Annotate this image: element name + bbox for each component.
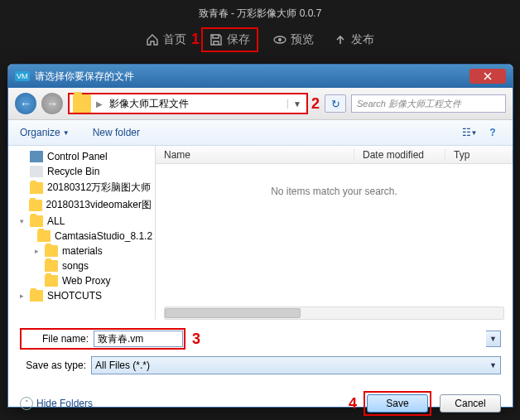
tree-caret-icon: ▸ [33, 247, 41, 255]
publish-label: 发布 [351, 32, 374, 47]
tree-item[interactable]: ▾ALL [8, 214, 155, 229]
tree-item-label: Web Proxy [62, 275, 110, 287]
hide-folders-button[interactable]: ˄ Hide Folders [20, 397, 93, 410]
save-type-select[interactable]: All Files (*.*) ▼ [91, 356, 501, 374]
file-list: Name Date modified Typ No items match yo… [156, 146, 513, 320]
breadcrumb[interactable]: ▶ 影像大师工程文件 ▼ [68, 93, 308, 114]
view-mode-button[interactable]: ☷▼ [458, 124, 481, 141]
control-panel-icon [30, 151, 43, 162]
body-area: Control PanelRecycle Bin20180312万彩脑图大师20… [8, 146, 513, 320]
marker-1: 1 [191, 31, 200, 48]
breadcrumb-dropdown[interactable]: ▼ [287, 99, 306, 109]
tree-item-label: ALL [47, 215, 65, 227]
chevron-right-icon: ▶ [94, 99, 104, 109]
list-header: Name Date modified Typ [156, 146, 513, 164]
arrow-left-icon: ← [20, 97, 31, 110]
tree-item[interactable]: ▸SHOTCUTS [8, 288, 155, 303]
tree-item[interactable]: 20180312万彩脑图大师 [8, 179, 155, 196]
search-input[interactable]: Search 影像大师工程文件 [351, 94, 506, 113]
save-type-value: All Files (*.*) [95, 360, 150, 371]
column-type[interactable]: Typ [445, 149, 513, 161]
tree-item[interactable]: ▸materials [8, 244, 155, 258]
file-name-label: File name: [22, 333, 94, 345]
refresh-button[interactable]: ↻ [325, 94, 346, 113]
preview-button[interactable]: 预览 [268, 27, 319, 52]
marker-3: 3 [192, 331, 200, 348]
save-icon [209, 33, 223, 46]
save-label: 保存 [227, 32, 250, 47]
save-button[interactable]: 保存 [205, 29, 255, 51]
close-icon [483, 72, 493, 80]
chevron-down-icon: ▼ [489, 361, 497, 369]
dialog-footer: ˄ Hide Folders 4 Save Cancel [8, 386, 513, 420]
column-date[interactable]: Date modified [354, 149, 445, 161]
tree-item-label: songs [62, 260, 89, 272]
tree-caret-icon: ▸ [18, 292, 26, 300]
column-name[interactable]: Name [156, 149, 354, 161]
view-icon: ☷ [462, 127, 471, 138]
save-type-label: Save as type: [20, 360, 91, 371]
forward-button[interactable]: → [41, 93, 63, 114]
tree-item-label: 20180313videomaker图 [46, 198, 152, 212]
scrollbar-thumb[interactable] [165, 308, 301, 318]
tree-item-label: 20180312万彩脑图大师 [47, 181, 151, 195]
close-button[interactable] [469, 69, 506, 84]
folder-tree[interactable]: Control PanelRecycle Bin20180312万彩脑图大师20… [8, 146, 156, 320]
tree-item[interactable]: songs [8, 258, 155, 273]
folder-icon [73, 94, 91, 113]
tree-item[interactable]: Web Proxy [8, 273, 155, 288]
help-button[interactable]: ? [481, 124, 504, 141]
tree-item-label: Recycle Bin [47, 166, 99, 177]
tree-item-label: materials [62, 245, 103, 257]
publish-button[interactable]: 发布 [329, 27, 379, 52]
upload-icon [334, 33, 347, 46]
tree-item[interactable]: 20180313videomaker图 [8, 196, 155, 214]
tree-item-label: CamtasiaStudio_8.1.2 [55, 230, 152, 242]
folder-icon [30, 290, 43, 302]
recycle-bin-icon [30, 166, 43, 177]
arrow-right-icon: → [46, 97, 58, 110]
dialog-title-text: 请选择你要保存的文件 [35, 70, 134, 84]
svg-point-1 [278, 38, 282, 41]
folder-icon [37, 230, 51, 242]
refresh-icon: ↻ [331, 98, 340, 110]
home-label: 首页 [163, 32, 186, 47]
back-button[interactable]: ← [15, 93, 36, 114]
search-placeholder: Search 影像大师工程文件 [357, 98, 461, 110]
tree-caret-icon: ▾ [18, 217, 26, 225]
chevron-up-icon: ˄ [20, 397, 33, 410]
folder-icon [30, 215, 43, 227]
home-icon [146, 33, 159, 46]
folder-icon [45, 260, 58, 272]
chevron-down-icon: ▼ [471, 129, 478, 137]
file-name-input[interactable] [94, 331, 183, 347]
empty-message: No items match your search. [156, 164, 513, 219]
app-toolbar: 首页 1 保存 预览 发布 [0, 24, 520, 60]
horizontal-scrollbar[interactable] [164, 307, 504, 320]
vm-icon: VM [15, 71, 30, 81]
home-button[interactable]: 首页 [141, 27, 191, 52]
hide-folders-label: Hide Folders [36, 398, 93, 409]
marker-4: 4 [349, 395, 357, 413]
folder-icon [29, 200, 42, 211]
tree-item[interactable]: CamtasiaStudio_8.1.2 [8, 229, 155, 244]
save-dialog: VM 请选择你要保存的文件 ← → ▶ 影像大师工程文件 ▼ 2 ↻ Searc… [7, 64, 513, 408]
help-icon: ? [489, 127, 495, 138]
tree-item[interactable]: Recycle Bin [8, 164, 155, 179]
cancel-button[interactable]: Cancel [440, 394, 501, 413]
organize-menu[interactable]: Organize ▼ [17, 125, 73, 140]
marker-2: 2 [311, 95, 320, 113]
tree-item[interactable]: Control Panel [8, 149, 155, 164]
folder-icon [45, 275, 58, 287]
app-title: 致青春 - 万彩影像大师 0.0.7 [0, 0, 520, 24]
preview-label: 预览 [291, 32, 314, 47]
eye-icon [273, 33, 286, 46]
save-dialog-button[interactable]: Save [367, 394, 428, 413]
new-folder-button[interactable]: New folder [89, 125, 143, 140]
file-name-dropdown[interactable]: ▼ [486, 331, 501, 347]
nav-row: ← → ▶ 影像大师工程文件 ▼ 2 ↻ Search 影像大师工程文件 [8, 88, 513, 120]
organize-toolbar: Organize ▼ New folder ☷▼ ? [8, 120, 513, 146]
tree-item-label: Control Panel [47, 151, 108, 162]
tree-item-label: SHOTCUTS [47, 290, 102, 302]
breadcrumb-text: 影像大师工程文件 [104, 97, 194, 111]
